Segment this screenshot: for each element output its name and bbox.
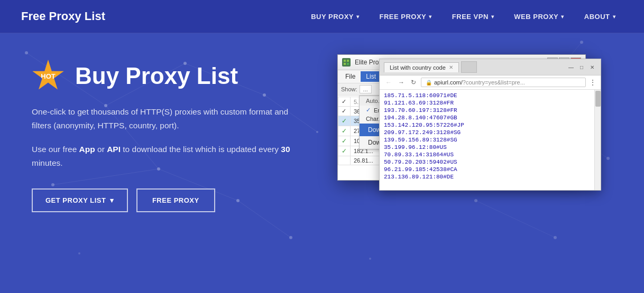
nav-arrow: ▾ (561, 14, 564, 20)
browser-popup-window: List with country code ✕ — □ ✕ ← → (379, 59, 601, 191)
app-screenshot-area: Elite Proxy Switcher 1.29 — □ ✕ File Lis… (337, 54, 612, 181)
proxy-line: 209.97.172.249:3128#SG (384, 129, 596, 136)
active-browser-tab[interactable]: List with country code ✕ (384, 62, 459, 72)
proxy-line: 91.121.63.69:3128#FR (384, 99, 596, 107)
cta-buttons: GET PROXY LIST ▾ FREE PROXY (32, 188, 306, 212)
svg-rect-29 (344, 63, 346, 65)
nav-arrow: ▾ (613, 14, 616, 20)
svg-point-26 (369, 258, 371, 260)
browser-scrollbar[interactable] (594, 90, 601, 190)
nav-arrow: ▾ (356, 14, 360, 20)
main-nav: BUY PROXY ▾ FREE PROXY ▾ FREE VPN ▾ WEB … (303, 8, 623, 25)
proxy-line: 50.79.20.203:59402#US (384, 158, 596, 166)
nav-web-proxy[interactable]: WEB PROXY ▾ (507, 8, 571, 25)
nav-free-vpn[interactable]: FREE VPN ▾ (445, 8, 502, 25)
hero-section: HOT Buy Proxy List One-click to get thou… (32, 60, 306, 212)
main-content: HOT Buy Proxy List One-click to get thou… (0, 33, 644, 233)
proxy-line: 193.70.60.197:3128#FR (384, 107, 596, 114)
get-proxy-list-button[interactable]: GET PROXY LIST ▾ (32, 188, 128, 212)
hot-badge: HOT (32, 60, 65, 92)
hero-description-2: Use our free App or API to download the … (32, 143, 306, 169)
toolbar-display: ... (360, 85, 372, 93)
hero-description-1: One-click to get thousands of HTTP(S) pr… (32, 105, 306, 132)
url-text: apiurl.com/?country=yes&list=pre... (434, 79, 525, 86)
browser-maximize-button[interactable]: □ (577, 63, 586, 71)
url-bar[interactable]: 🔒 apiurl.com/?country=yes&list=pre... (421, 78, 586, 87)
tab-close-icon[interactable]: ✕ (449, 64, 453, 70)
browser-window-controls: — □ ✕ (567, 63, 596, 71)
site-logo[interactable]: Free Proxy List (21, 10, 105, 23)
proxy-line: 185.71.5.118:60971#DE (384, 92, 596, 99)
lock-icon: 🔒 (426, 80, 432, 86)
browser-content: 185.71.5.118:60971#DE 91.121.63.69:3128#… (380, 90, 601, 190)
hero-title: Buy Proxy List (75, 63, 238, 89)
nav-free-proxy[interactable]: FREE PROXY ▾ (372, 8, 439, 25)
refresh-button[interactable]: ↻ (409, 79, 418, 86)
proxy-line: 139.59.156.89:3128#SG (384, 136, 596, 144)
proxy-line: 213.136.89.121:80#DE (384, 173, 596, 181)
back-button[interactable]: ← (384, 79, 393, 86)
nav-about[interactable]: ABOUT ▾ (577, 8, 623, 25)
browser-minimize-button[interactable]: — (567, 63, 575, 71)
elite-proxy-switcher-window: Elite Proxy Switcher 1.29 — □ ✕ File Lis… (337, 54, 586, 181)
forward-button[interactable]: → (397, 79, 406, 86)
proxy-line: 96.21.99.185:42538#CA (384, 166, 596, 173)
nav-buy-proxy[interactable]: BUY PROXY ▾ (303, 8, 366, 25)
dropdown-arrow-icon: ▾ (110, 196, 114, 204)
svg-rect-27 (344, 60, 346, 62)
menu-list[interactable]: List (361, 71, 381, 82)
browser-tabs: List with country code ✕ (384, 61, 477, 73)
hero-title-row: HOT Buy Proxy List (32, 60, 306, 92)
proxy-line: 70.89.33.14:31864#US (384, 151, 596, 158)
app-icon (342, 58, 351, 67)
show-label: Show: (341, 86, 357, 92)
svg-rect-28 (347, 60, 349, 62)
svg-rect-30 (347, 63, 349, 65)
browser-menu-icon[interactable]: ⋮ (589, 78, 596, 87)
proxy-line: 194.28.8.140:47607#GB (384, 114, 596, 121)
browser-close-button[interactable]: ✕ (588, 63, 596, 71)
nav-arrow: ▾ (491, 14, 494, 20)
scrollbar-thumb[interactable] (595, 91, 601, 107)
free-proxy-button[interactable]: FREE PROXY (136, 188, 215, 212)
menu-file[interactable]: File (340, 71, 361, 82)
svg-point-22 (554, 236, 557, 239)
browser-address-bar: ← → ↻ 🔒 apiurl.com/?country=yes&list=pre… (380, 75, 601, 90)
proxy-line: 153.142.120.95:57226#JP (384, 121, 596, 129)
svg-point-18 (289, 236, 292, 239)
nav-arrow: ▾ (429, 14, 432, 20)
svg-point-25 (78, 252, 80, 254)
browser-titlebar: List with country code ✕ — □ ✕ (380, 59, 601, 75)
proxy-line: 35.199.96.12:80#US (384, 144, 596, 151)
header: Free Proxy List BUY PROXY ▾ FREE PROXY ▾… (0, 0, 644, 33)
inactive-tab[interactable] (461, 61, 477, 73)
